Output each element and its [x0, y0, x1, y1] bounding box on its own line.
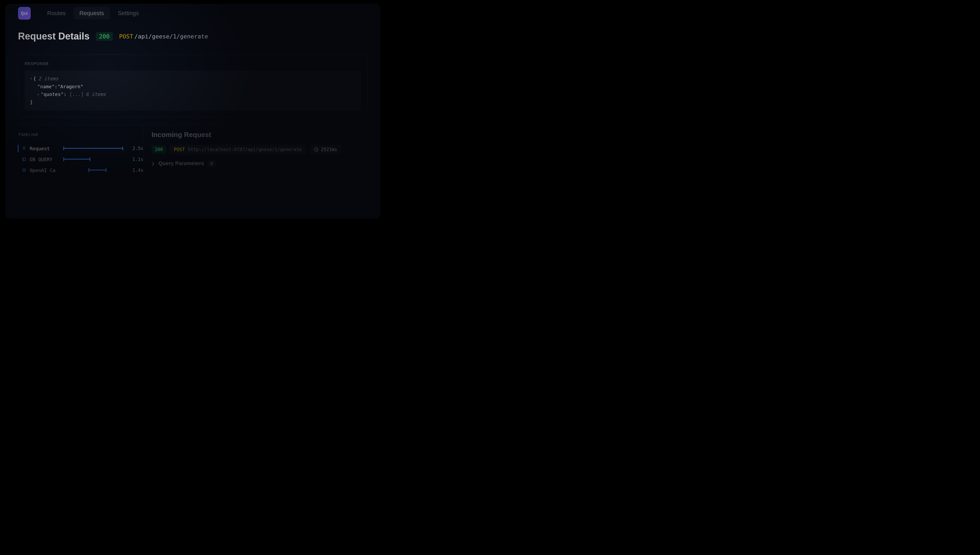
- timeline-name: Request: [30, 146, 60, 151]
- response-label: RESPONSE: [25, 61, 361, 66]
- top-bar: fpx Routes Requests Settings: [5, 4, 380, 23]
- db-icon: [22, 157, 27, 162]
- http-method: POST: [119, 33, 133, 40]
- nav-settings[interactable]: Settings: [112, 7, 145, 19]
- primary-nav: Routes Requests Settings: [41, 7, 145, 19]
- incoming-url: http://localhost:8787/api/geese/1/genera…: [188, 147, 302, 152]
- json-viewer[interactable]: ▾ { 2 items "name":"Aragorn" ▸ "quotes":…: [25, 71, 361, 111]
- chevron-down-icon[interactable]: ▾: [30, 75, 32, 82]
- json-items-meta: 2 items: [38, 75, 58, 83]
- timeline-duration: 2.5s: [131, 146, 143, 151]
- clock-icon: [314, 148, 318, 152]
- request-path: /api/geese/1/generate: [134, 33, 208, 40]
- incoming-title: Incoming Request: [152, 131, 368, 139]
- timeline-name: OpenAI Ca: [30, 167, 60, 173]
- openai-icon: [22, 168, 27, 173]
- nav-routes[interactable]: Routes: [41, 7, 72, 19]
- json-collapsed-array[interactable]: [...]: [69, 90, 84, 98]
- json-value-name: "Aragorn": [58, 83, 83, 91]
- timeline-bar: [63, 148, 123, 149]
- chevron-right-icon: ❯: [152, 161, 155, 166]
- timeline-duration: 1.1s: [131, 157, 143, 162]
- page-title: Request Details: [18, 31, 90, 42]
- nav-requests[interactable]: Requests: [74, 7, 110, 19]
- json-key-quotes: "quotes": [40, 90, 64, 98]
- timeline-bar: [63, 159, 90, 160]
- bottom-split: TIMELINE Request 2.5s DB QUERY: [18, 125, 368, 176]
- status-badge: 200: [96, 32, 113, 41]
- incoming-duration-value: 2521ms: [321, 147, 337, 152]
- request-header: Request Details 200 POST /api/geese/1/ge…: [18, 31, 368, 42]
- app-logo[interactable]: fpx: [18, 7, 31, 19]
- json-key-name: "name": [37, 83, 54, 91]
- flame-icon: [22, 146, 27, 151]
- incoming-duration: 2521ms: [310, 145, 341, 154]
- timeline-row-dbquery[interactable]: DB QUERY 1.1s: [18, 154, 143, 165]
- timeline-name: DB QUERY: [30, 157, 60, 162]
- query-params-count: 0: [208, 160, 216, 167]
- incoming-status: 200: [152, 145, 166, 154]
- timeline-row-request[interactable]: Request 2.5s: [18, 143, 143, 154]
- query-params-row[interactable]: ❯ Query Parameters 0: [152, 160, 368, 167]
- json-quotes-meta: 6 items: [86, 90, 106, 98]
- timeline-panel: TIMELINE Request 2.5s DB QUERY: [18, 125, 144, 176]
- incoming-method: POST: [174, 147, 185, 152]
- incoming-summary: 200 POST http://localhost:8787/api/geese…: [152, 145, 368, 154]
- chevron-right-icon[interactable]: ▸: [37, 91, 40, 98]
- timeline-duration: 1.4s: [131, 167, 143, 173]
- svg-rect-0: [22, 158, 26, 161]
- app-window: fpx Routes Requests Settings Request Det…: [5, 4, 380, 218]
- incoming-pill: POST http://localhost:8787/api/geese/1/g…: [170, 145, 306, 154]
- query-params-label: Query Parameters: [158, 160, 204, 167]
- content-area: Request Details 200 POST /api/geese/1/ge…: [5, 23, 380, 176]
- timeline-bar-track: [63, 146, 123, 151]
- response-panel: RESPONSE ▾ { 2 items "name":"Aragorn" ▸ …: [18, 55, 368, 117]
- request-summary: POST /api/geese/1/generate: [119, 33, 208, 40]
- timeline-bar-track: [63, 157, 123, 161]
- timeline-bar-track: [63, 168, 123, 172]
- timeline-title: TIMELINE: [18, 132, 143, 137]
- timeline-row-openai[interactable]: OpenAI Ca 1.4s: [18, 165, 143, 176]
- timeline-bar: [88, 170, 107, 170]
- incoming-panel: Incoming Request 200 POST http://localho…: [144, 125, 368, 176]
